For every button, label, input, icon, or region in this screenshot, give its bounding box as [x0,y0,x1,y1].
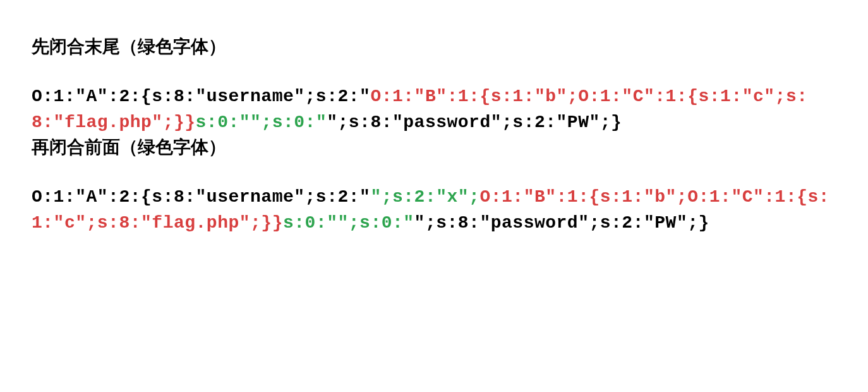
code-segment: O:1:"A":2:{s:8:"username";s:2:" [32,187,370,207]
code-block-1: O:1:"A":2:{s:8:"username";s:2:"";s:2:"x"… [32,185,836,236]
code-block-0: O:1:"A":2:{s:8:"username";s:2:"O:1:"B":1… [32,84,836,135]
code-segment: s:0:"";s:0:" [196,113,327,132]
code-segment: s:0:"";s:0:" [283,213,414,233]
code-segment: ";s:8:"password";s:2:"PW";} [327,113,622,132]
code-segment: ";s:2:"x"; [370,187,479,207]
section-0: 先闭合末尾（绿色字体） O:1:"A":2:{s:8:"username";s:… [32,35,836,135]
code-segment: O:1:"A":2:{s:8:"username";s:2:" [32,87,370,106]
code-segment: ";s:8:"password";s:2:"PW";} [414,213,709,233]
heading-0: 先闭合末尾（绿色字体） [32,35,836,59]
heading-1: 再闭合前面（绿色字体） [32,135,836,159]
section-1: 再闭合前面（绿色字体） O:1:"A":2:{s:8:"username";s:… [32,135,836,236]
